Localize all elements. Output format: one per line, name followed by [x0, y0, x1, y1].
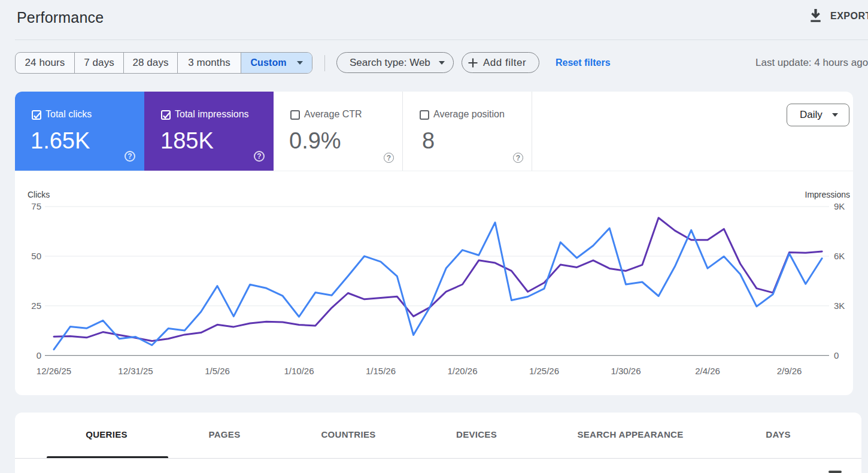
svg-text:9K: 9K	[834, 201, 845, 211]
svg-text:0: 0	[37, 350, 41, 360]
svg-text:25: 25	[31, 301, 41, 311]
svg-text:0: 0	[834, 350, 839, 360]
svg-text:12/31/25: 12/31/25	[118, 366, 153, 376]
svg-text:1/25/26: 1/25/26	[529, 366, 559, 376]
svg-text:1/20/26: 1/20/26	[447, 366, 477, 376]
svg-text:1/10/26: 1/10/26	[284, 366, 314, 376]
svg-text:2/4/26: 2/4/26	[695, 366, 720, 376]
svg-text:Clicks: Clicks	[28, 190, 50, 199]
svg-text:1/30/26: 1/30/26	[611, 366, 641, 376]
svg-text:2/9/26: 2/9/26	[777, 366, 802, 376]
svg-text:50: 50	[31, 251, 41, 261]
svg-text:1/5/26: 1/5/26	[205, 366, 230, 376]
svg-text:12/26/25: 12/26/25	[37, 366, 71, 376]
svg-text:3K: 3K	[834, 301, 845, 311]
svg-text:1/15/26: 1/15/26	[366, 366, 396, 376]
svg-text:Impressions: Impressions	[805, 190, 850, 199]
svg-text:75: 75	[31, 201, 41, 211]
svg-text:6K: 6K	[834, 251, 845, 261]
